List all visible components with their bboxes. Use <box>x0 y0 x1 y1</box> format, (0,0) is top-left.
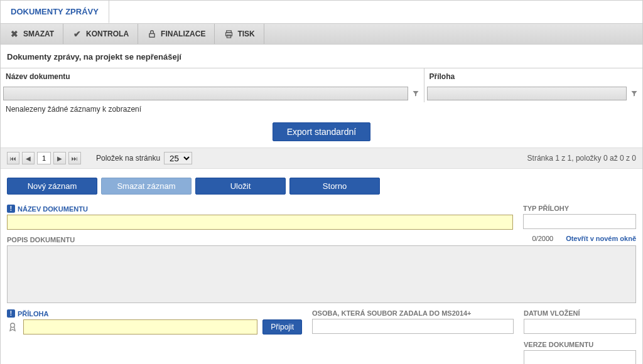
char-counter: 0/2000 <box>532 235 553 242</box>
typ-prilohy-input[interactable] <box>523 214 636 229</box>
filter-icon[interactable] <box>629 87 640 100</box>
osoba-label: OSOBA, KTERÁ SOUBOR ZADALA DO MS2014+ <box>312 309 514 317</box>
page-subtitle: Dokumenty zprávy, na projekt se nepřenáš… <box>1 45 642 68</box>
col-header-nazev[interactable]: Název dokumentu <box>1 68 424 85</box>
kontrola-button[interactable]: ✔ KONTROLA <box>63 24 138 44</box>
delete-icon: ✖ <box>9 29 19 39</box>
col-header-priloha[interactable]: Příloha <box>424 68 642 85</box>
page-size-select[interactable]: 25 <box>164 152 192 164</box>
priloha-label: ! PŘÍLOHA <box>7 309 302 318</box>
nazev-dokumentu-input[interactable] <box>7 215 513 230</box>
toolbar-label: TISK <box>237 29 254 38</box>
ribbon-icon <box>7 319 18 335</box>
grid-header: Název dokumentu Příloha <box>1 68 642 102</box>
pager-next-button[interactable]: ▶ <box>53 152 66 164</box>
novy-zaznam-button[interactable]: Nový záznam <box>7 178 97 195</box>
pager-last-button[interactable]: ⏭ <box>68 152 81 164</box>
toolbar-label: SMAZAT <box>23 29 54 38</box>
pager-first-button[interactable]: ⏮ <box>7 152 19 164</box>
datum-vlozeni-label: DATUM VLOŽENÍ <box>524 309 636 317</box>
toolbar-label: KONTROLA <box>86 29 129 38</box>
pager: ⏮ ◀ ▶ ⏭ Položek na stránku 25 Stránka 1 … <box>1 147 642 169</box>
svg-rect-0 <box>149 33 154 37</box>
verze-dokumentu-input[interactable] <box>524 350 636 364</box>
required-icon: ! <box>7 309 15 318</box>
toolbar-label: FINALIZACE <box>161 29 205 38</box>
filter-nazev-input[interactable] <box>3 87 408 100</box>
smazat-button[interactable]: ✖ SMAZAT <box>1 24 63 44</box>
filter-priloha-input[interactable] <box>427 87 627 100</box>
pripojit-button[interactable]: Připojit <box>262 319 302 335</box>
pager-prev-button[interactable]: ◀ <box>22 152 35 164</box>
nazev-dokumentu-label: ! NÁZEV DOKUMENTU <box>7 205 513 213</box>
check-icon: ✔ <box>72 29 82 39</box>
datum-vlozeni-input[interactable] <box>524 319 636 334</box>
main-tab[interactable]: DOKUMENTY ZPRÁVY <box>1 1 109 23</box>
filter-icon[interactable] <box>410 87 421 100</box>
page-size-label: Položek na stránku <box>96 154 160 163</box>
storno-button[interactable]: Storno <box>289 178 380 195</box>
print-icon <box>224 29 234 39</box>
popis-dokumentu-textarea[interactable] <box>7 245 636 303</box>
popis-dokumentu-label: POPIS DOKUMENTU <box>7 236 75 244</box>
pager-summary: Stránka 1 z 1, položky 0 až 0 z 0 <box>527 154 636 163</box>
open-new-window-link[interactable]: Otevřít v novém okně <box>566 235 636 242</box>
smazat-zaznam-button[interactable]: Smazat záznam <box>101 178 192 195</box>
verze-dokumentu-label: VERZE DOKUMENTU <box>524 341 636 348</box>
required-icon: ! <box>7 205 15 213</box>
toolbar: ✖ SMAZAT ✔ KONTROLA FINALIZACE TISK <box>1 23 642 45</box>
export-button[interactable]: Export standardní <box>273 122 371 141</box>
no-records-text: Nenalezeny žádné záznamy k zobrazení <box>1 102 642 119</box>
priloha-input[interactable] <box>23 319 257 335</box>
typ-prilohy-label: TYP PŘÍLOHY <box>523 205 636 212</box>
tisk-button[interactable]: TISK <box>215 24 264 44</box>
osoba-input[interactable] <box>312 319 514 334</box>
svg-point-4 <box>11 323 15 328</box>
ulozit-button[interactable]: Uložit <box>195 178 286 195</box>
finalizace-button[interactable]: FINALIZACE <box>138 24 215 44</box>
pager-page-input[interactable] <box>37 152 51 164</box>
lock-icon <box>147 29 157 39</box>
